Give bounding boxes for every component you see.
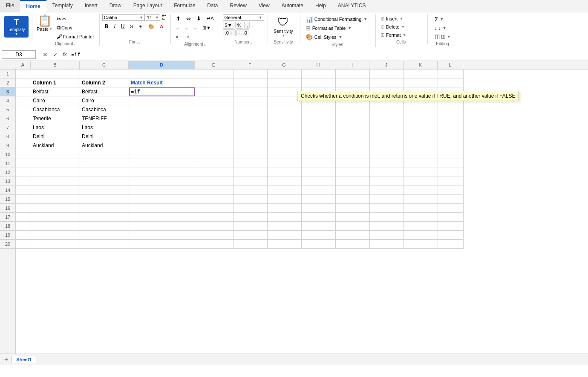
row-header-20[interactable]: 20 bbox=[0, 240, 15, 249]
cell-c20[interactable] bbox=[80, 240, 129, 249]
align-middle-button[interactable]: ⇔ bbox=[184, 14, 193, 23]
row-header-7[interactable]: 7 bbox=[0, 123, 15, 132]
cell-l19[interactable] bbox=[438, 231, 464, 240]
row-header-4[interactable]: 4 bbox=[0, 96, 15, 105]
cell-g4[interactable] bbox=[268, 96, 302, 105]
cell-g17[interactable] bbox=[268, 213, 302, 222]
align-center-button[interactable]: ≡ bbox=[182, 23, 191, 32]
cell-a19[interactable] bbox=[16, 231, 31, 240]
cell-b10[interactable] bbox=[31, 150, 80, 159]
cell-c2[interactable]: Column 2 bbox=[80, 78, 129, 87]
cell-h15[interactable] bbox=[302, 195, 336, 204]
cell-d12[interactable] bbox=[129, 168, 195, 177]
col-header-e[interactable]: E bbox=[195, 61, 233, 69]
tab-insert[interactable]: Insert bbox=[79, 0, 104, 12]
cell-e20[interactable] bbox=[195, 240, 233, 249]
increase-indent-button[interactable]: ⇥ bbox=[183, 33, 192, 41]
cell-a10[interactable] bbox=[16, 150, 31, 159]
tab-page-layout[interactable]: Page Layout bbox=[127, 0, 168, 12]
cell-e2[interactable] bbox=[195, 78, 233, 87]
cell-g1[interactable] bbox=[268, 70, 302, 78]
comma-button[interactable]: , bbox=[244, 22, 250, 29]
tab-help[interactable]: Help bbox=[309, 0, 332, 12]
cell-e4[interactable] bbox=[195, 96, 233, 105]
cell-c5[interactable]: Casablnca bbox=[80, 105, 129, 114]
cell-a15[interactable] bbox=[16, 195, 31, 204]
cell-b8[interactable]: Delhi bbox=[31, 132, 80, 141]
cell-j19[interactable] bbox=[370, 231, 404, 240]
cell-h18[interactable] bbox=[302, 222, 336, 231]
cell-h19[interactable] bbox=[302, 231, 336, 240]
cell-j14[interactable] bbox=[370, 186, 404, 195]
tab-automate[interactable]: Automate bbox=[276, 0, 309, 12]
cell-f5[interactable] bbox=[233, 105, 268, 114]
cell-f1[interactable] bbox=[233, 70, 268, 78]
number-format-select[interactable]: General ▼ bbox=[223, 14, 264, 21]
currency-button[interactable]: $▼ bbox=[223, 22, 234, 29]
cell-i17[interactable] bbox=[336, 213, 370, 222]
cell-a13[interactable] bbox=[16, 177, 31, 186]
cell-j12[interactable] bbox=[370, 168, 404, 177]
cell-a11[interactable] bbox=[16, 159, 31, 168]
row-header-18[interactable]: 18 bbox=[0, 222, 15, 231]
tab-formulas[interactable]: Formulas bbox=[168, 0, 201, 12]
cell-j15[interactable] bbox=[370, 195, 404, 204]
cell-c14[interactable] bbox=[80, 186, 129, 195]
col-header-g[interactable]: G bbox=[267, 61, 301, 69]
cell-h2[interactable] bbox=[302, 78, 336, 87]
cell-b20[interactable] bbox=[31, 240, 80, 249]
cell-i19[interactable] bbox=[336, 231, 370, 240]
bold-button[interactable]: B bbox=[102, 23, 111, 30]
cell-j16[interactable] bbox=[370, 204, 404, 213]
cell-a8[interactable] bbox=[16, 132, 31, 141]
cell-d9[interactable] bbox=[129, 141, 195, 150]
cell-d17[interactable] bbox=[129, 213, 195, 222]
cell-a12[interactable] bbox=[16, 168, 31, 177]
cell-a7[interactable] bbox=[16, 123, 31, 132]
row-header-5[interactable]: 5 bbox=[0, 105, 15, 114]
col-header-b[interactable]: B bbox=[31, 61, 80, 69]
cell-d11[interactable] bbox=[129, 159, 195, 168]
cell-e17[interactable] bbox=[195, 213, 233, 222]
cell-j2[interactable] bbox=[370, 78, 404, 87]
align-left-button[interactable]: ≡ bbox=[173, 23, 182, 32]
cell-k12[interactable] bbox=[404, 168, 438, 177]
strikethrough-button[interactable]: S bbox=[128, 23, 136, 30]
cell-l18[interactable] bbox=[438, 222, 464, 231]
cell-g8[interactable] bbox=[268, 132, 302, 141]
cell-h10[interactable] bbox=[302, 150, 336, 159]
cell-i14[interactable] bbox=[336, 186, 370, 195]
col-header-l[interactable]: L bbox=[438, 61, 463, 69]
cell-l8[interactable] bbox=[438, 132, 464, 141]
cut-button[interactable]: ✂ ✂ bbox=[55, 15, 96, 23]
cell-g15[interactable] bbox=[268, 195, 302, 204]
select-all-button[interactable] bbox=[0, 61, 15, 69]
cell-c11[interactable] bbox=[80, 159, 129, 168]
cell-e19[interactable] bbox=[195, 231, 233, 240]
wrap-text-button[interactable]: ↵A bbox=[204, 14, 216, 23]
group-alignment-label[interactable]: Alignment ⌞ bbox=[184, 42, 205, 46]
cell-b13[interactable] bbox=[31, 177, 80, 186]
format-as-table-button[interactable]: ⊞ Format as Table ▼ bbox=[303, 24, 371, 32]
cell-l2[interactable] bbox=[438, 78, 464, 87]
cell-j13[interactable] bbox=[370, 177, 404, 186]
row-header-8[interactable]: 8 bbox=[0, 132, 15, 141]
cell-j9[interactable] bbox=[370, 141, 404, 150]
cell-k10[interactable] bbox=[404, 150, 438, 159]
row-header-16[interactable]: 16 bbox=[0, 204, 15, 213]
cell-b12[interactable] bbox=[31, 168, 80, 177]
percent-button[interactable]: % bbox=[235, 22, 244, 29]
cell-h20[interactable] bbox=[302, 240, 336, 249]
font-name-container[interactable]: Calibri ▼ bbox=[102, 14, 145, 21]
tab-review[interactable]: Review bbox=[224, 0, 253, 12]
cell-h16[interactable] bbox=[302, 204, 336, 213]
cell-k16[interactable] bbox=[404, 204, 438, 213]
cell-f9[interactable] bbox=[233, 141, 268, 150]
cell-d20[interactable] bbox=[129, 240, 195, 249]
cell-k18[interactable] bbox=[404, 222, 438, 231]
row-header-14[interactable]: 14 bbox=[0, 186, 15, 195]
cell-i15[interactable] bbox=[336, 195, 370, 204]
cell-l17[interactable] bbox=[438, 213, 464, 222]
cell-d15[interactable] bbox=[129, 195, 195, 204]
cell-f6[interactable] bbox=[233, 114, 268, 123]
